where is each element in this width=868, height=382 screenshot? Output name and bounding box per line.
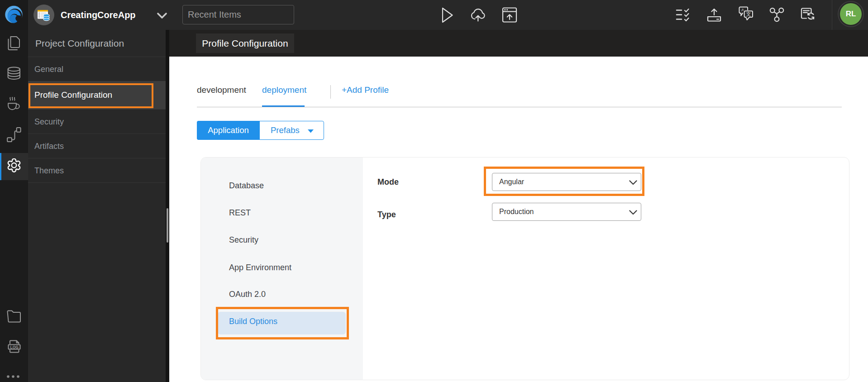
svg-text:文: 文 [746, 11, 751, 17]
svg-text:LOG: LOG [10, 345, 19, 349]
